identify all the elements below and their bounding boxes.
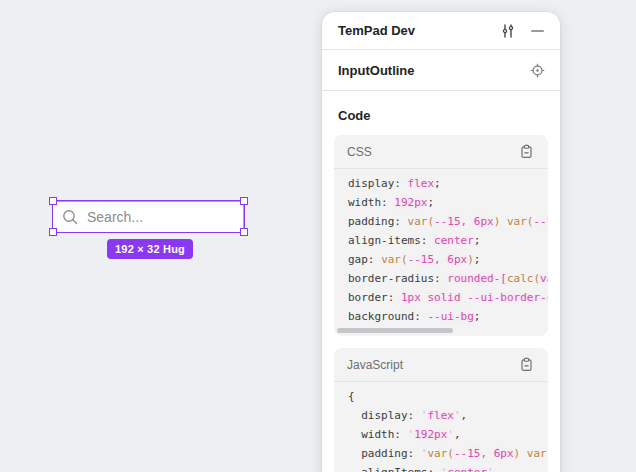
code-line: background: --ui-bg; bbox=[348, 307, 548, 326]
code-line: display: 'flex', bbox=[348, 406, 548, 425]
search-placeholder: Search... bbox=[87, 209, 143, 225]
code-line: padding: var(--15, 6px) var(--15, 6px); bbox=[348, 212, 548, 231]
horizontal-scrollbar[interactable] bbox=[334, 326, 548, 336]
code-line: border: 1px solid --ui-border-color; bbox=[348, 288, 548, 307]
selected-node-row: InputOutline bbox=[322, 50, 560, 91]
css-block-label: CSS bbox=[347, 145, 372, 159]
javascript-block-label: JavaScript bbox=[347, 358, 403, 372]
crosshair-icon[interactable] bbox=[528, 61, 546, 79]
javascript-code: { display: 'flex', width: '192px', paddi… bbox=[334, 382, 548, 472]
sliders-icon[interactable] bbox=[499, 22, 517, 40]
css-code-block: CSS display: flex;width: 192px;padding: … bbox=[334, 135, 548, 336]
code-section-title: Code bbox=[322, 91, 560, 135]
code-line: alignItems: 'center', bbox=[348, 463, 548, 472]
search-input-component[interactable]: Search... bbox=[52, 201, 244, 233]
code-line: width: '192px', bbox=[348, 425, 548, 444]
javascript-block-header: JavaScript bbox=[334, 348, 548, 382]
css-code: display: flex;width: 192px;padding: var(… bbox=[334, 169, 548, 326]
css-block-header: CSS bbox=[334, 135, 548, 169]
code-line: display: flex; bbox=[348, 174, 548, 193]
code-line: align-items: center; bbox=[348, 231, 548, 250]
tempad-dev-panel: TemPad Dev InputOutline bbox=[322, 12, 560, 472]
javascript-code-block: JavaScript { display: 'flex', width: '19… bbox=[334, 348, 548, 472]
panel-title: TemPad Dev bbox=[338, 23, 415, 38]
code-line: padding: 'var(--15, 6px) var(--15, 6px)'… bbox=[348, 444, 548, 463]
code-line: gap: var(--15, 6px); bbox=[348, 250, 548, 269]
code-line: border-radius: rounded-[calc(var(--15, 6… bbox=[348, 269, 548, 288]
minus-icon[interactable] bbox=[528, 22, 546, 40]
clipboard-icon[interactable] bbox=[517, 143, 535, 161]
code-line: width: 192px; bbox=[348, 193, 548, 212]
clipboard-icon[interactable] bbox=[517, 356, 535, 374]
panel-header: TemPad Dev bbox=[322, 12, 560, 50]
code-line: { bbox=[348, 387, 548, 406]
selected-node-name: InputOutline bbox=[338, 63, 415, 78]
magnifier-icon bbox=[62, 209, 79, 226]
size-badge: 192 × 32 Hug bbox=[107, 239, 193, 259]
